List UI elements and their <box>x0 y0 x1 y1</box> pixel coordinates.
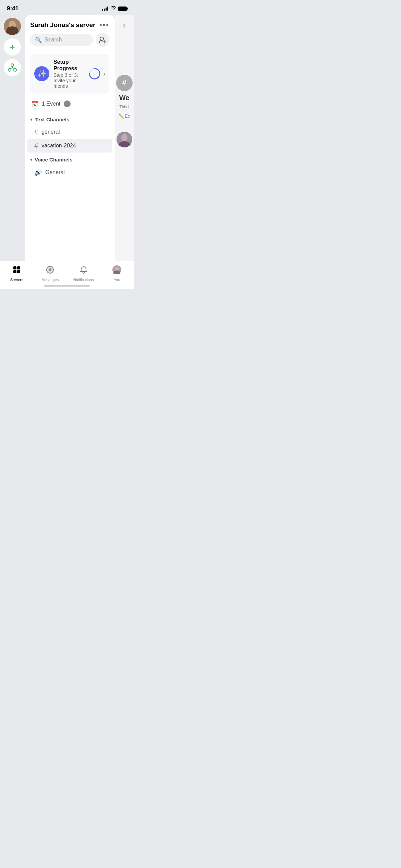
svg-rect-21 <box>13 270 16 273</box>
chevron-right-icon: › <box>103 70 105 77</box>
channel-name-vacation: vacation-2024 <box>41 143 76 149</box>
setup-text: Setup Progress Step 3 of 3: Invite your … <box>53 59 84 89</box>
voice-channel-name: General <box>45 169 65 176</box>
edit-pencil-icon: ✏️ <box>119 113 124 119</box>
svg-rect-20 <box>17 266 20 269</box>
server-avatar-active[interactable] <box>4 18 21 35</box>
svg-point-11 <box>100 37 104 40</box>
channel-welcome-subtitle: This i <box>119 105 129 109</box>
search-placeholder: Search <box>45 37 62 43</box>
text-channels-section: ▾ Text Channels # general # vacation-202… <box>25 114 115 153</box>
events-dot <box>64 100 71 107</box>
nav-label-servers: Servers <box>10 278 23 282</box>
voice-channels-chevron-icon: ▾ <box>30 157 33 162</box>
wifi-icon <box>110 6 116 11</box>
nav-label-messages: Messages <box>41 278 59 282</box>
server-title-row: Sarah Jonas's server ••• <box>30 21 109 29</box>
notifications-icon <box>79 265 88 276</box>
events-row[interactable]: 📅 1 Event <box>25 97 115 111</box>
status-bar: 9:41 <box>0 0 134 15</box>
plus-icon: + <box>10 43 15 51</box>
voice-channels-header[interactable]: ▾ Voice Channels <box>25 154 115 165</box>
status-time: 9:41 <box>7 5 19 12</box>
text-channels-label: Text Channels <box>35 117 69 122</box>
ellipsis-icon: ••• <box>99 21 109 29</box>
invite-member-button[interactable] <box>96 33 109 47</box>
voice-channels-section: ▾ Voice Channels 🔊 General <box>25 154 115 180</box>
nav-label-you: You <box>114 278 120 282</box>
calendar-icon: 📅 <box>32 101 38 107</box>
setup-subtitle: Step 3 of 3: Invite your friends <box>53 72 84 89</box>
signal-bars-icon <box>102 7 108 11</box>
svg-point-7 <box>14 69 16 71</box>
text-channels-header[interactable]: ▾ Text Channels <box>25 114 115 125</box>
nav-item-notifications[interactable]: Notifications <box>67 265 100 282</box>
svg-point-5 <box>11 64 14 67</box>
right-panel-peek: ‹ # We This i ✏️ Ec <box>115 15 134 261</box>
speaker-icon: 🔊 <box>34 169 42 176</box>
server-more-button[interactable]: ••• <box>99 21 109 29</box>
add-person-icon <box>99 36 106 44</box>
progress-ring <box>88 67 101 80</box>
server-title: Sarah Jonas's server <box>30 21 95 29</box>
voice-channel-general[interactable]: 🔊 General <box>27 165 112 180</box>
channel-name-general: general <box>41 129 60 135</box>
nav-item-you[interactable]: You <box>100 265 134 282</box>
svg-line-10 <box>12 68 15 69</box>
setup-title: Setup Progress <box>53 59 84 72</box>
hash-icon: # <box>34 129 38 135</box>
org-chart-icon <box>8 63 17 72</box>
channel-header-circle: # <box>116 75 133 91</box>
search-row: 🔍 Search <box>30 33 109 47</box>
channel-item-vacation-2024[interactable]: # vacation-2024 <box>27 139 112 153</box>
setup-right: › <box>88 67 105 80</box>
svg-rect-19 <box>13 266 16 269</box>
svg-point-17 <box>121 134 127 142</box>
edit-channel-label[interactable]: Ec <box>125 113 130 119</box>
status-icons <box>102 6 127 11</box>
member-avatar <box>117 132 132 147</box>
setup-icon: ✨ <box>34 66 49 81</box>
explore-servers-button[interactable] <box>4 59 21 76</box>
nav-label-notifications: Notifications <box>73 278 94 282</box>
you-avatar-icon <box>112 265 121 276</box>
home-indicator <box>44 285 90 287</box>
svg-rect-4 <box>7 27 17 35</box>
back-button[interactable]: ‹ <box>120 19 128 33</box>
nav-item-messages[interactable]: Messages <box>34 265 67 282</box>
magic-wand-icon: ✨ <box>37 69 47 78</box>
channel-hash-large-icon: # <box>122 79 126 87</box>
servers-icon <box>12 265 21 276</box>
svg-line-9 <box>10 68 12 69</box>
server-panel: Sarah Jonas's server ••• 🔍 Search <box>25 15 115 261</box>
hash-icon: # <box>34 142 38 149</box>
server-header: Sarah Jonas's server ••• 🔍 Search <box>25 15 115 50</box>
search-icon: 🔍 <box>35 37 42 43</box>
channel-list: ▾ Text Channels # general # vacation-202… <box>25 111 115 261</box>
main-layout: + Sarah Jonas's server ••• <box>0 15 134 261</box>
svg-rect-22 <box>17 270 20 273</box>
svg-point-24 <box>49 268 51 271</box>
svg-point-6 <box>8 69 11 71</box>
voice-channels-label: Voice Channels <box>35 157 73 162</box>
setup-progress-card[interactable]: ✨ Setup Progress Step 3 of 3: Invite you… <box>30 54 109 94</box>
channel-welcome-title: We <box>119 94 130 102</box>
channel-item-general[interactable]: # general <box>27 125 112 139</box>
back-arrow-icon: ‹ <box>123 21 125 30</box>
add-server-button[interactable]: + <box>4 38 21 56</box>
nav-item-servers[interactable]: Servers <box>0 265 34 282</box>
server-sidebar: + <box>0 15 25 261</box>
search-bar[interactable]: 🔍 Search <box>30 34 93 46</box>
battery-icon <box>118 7 127 11</box>
messages-icon <box>46 265 54 276</box>
text-channels-chevron-icon: ▾ <box>30 117 33 122</box>
events-label: 1 Event <box>42 101 60 107</box>
